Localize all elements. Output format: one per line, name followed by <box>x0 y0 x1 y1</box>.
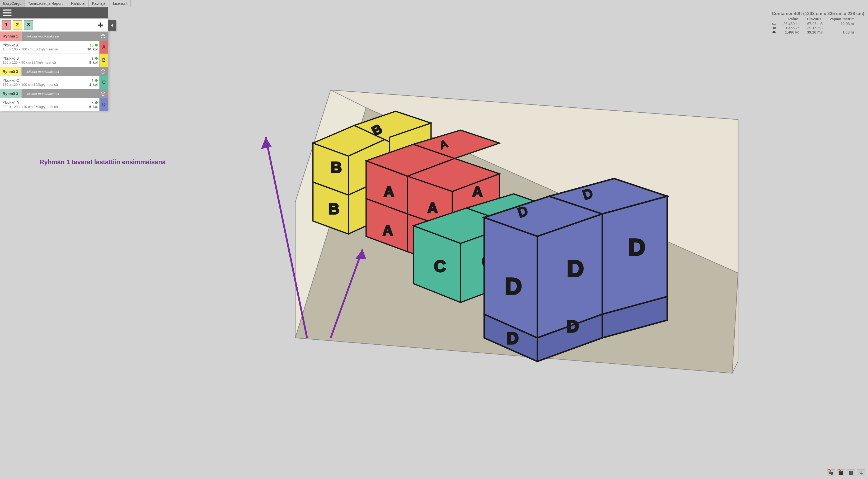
row1-weight: 26,480 kg <box>778 22 802 26</box>
group-tab-3[interactable]: 3 <box>24 20 33 30</box>
svg-marker-41 <box>602 196 667 314</box>
svg-rect-61 <box>773 31 775 32</box>
svg-marker-36 <box>484 196 602 236</box>
item-letter-badge: B <box>99 54 108 67</box>
count-unit: kpl <box>93 47 98 51</box>
item-dimensions: 100 x 100 x 100 cm 530kg/yhteensä <box>3 47 78 51</box>
count-unit: kpl <box>93 83 98 87</box>
svg-marker-7 <box>348 137 390 195</box>
item-dimensions: 130 x 120 x 100 cm 192kg/yhteensä <box>3 83 78 87</box>
package-icon[interactable] <box>100 69 105 74</box>
svg-text:C: C <box>434 257 446 275</box>
item-row[interactable]: Yksikkö B100 x 120 x 90 cm 384kg/yhteens… <box>0 54 108 67</box>
item-row[interactable]: Yksikkö A100 x 100 x 100 cm 530kg/yhteen… <box>0 41 108 54</box>
svg-text:A: A <box>426 236 436 252</box>
viewport-3d[interactable]: B B B A A A A A A C C <box>0 7 868 474</box>
svg-marker-13 <box>390 123 431 176</box>
menu-cargospaces[interactable]: Rahtitilat <box>68 0 89 7</box>
svg-marker-9 <box>313 182 348 234</box>
menu-users[interactable]: Käyttäjät <box>89 0 110 7</box>
menu-shipments-reports[interactable]: Toimitukset ja Raportit <box>25 0 68 7</box>
svg-marker-1 <box>295 108 738 373</box>
group-tabs-row: 1 2 3 + <box>0 19 108 32</box>
menu-licenses[interactable]: Lisenssit <box>110 0 131 7</box>
toggle-weight-button[interactable]: kg <box>827 470 835 476</box>
chevron-left-icon <box>111 24 114 27</box>
item-dimensions: 100 x 120 x 90 cm 384kg/yhteensä <box>3 60 78 64</box>
svg-text:D: D <box>516 203 529 220</box>
hamburger-icon[interactable] <box>3 9 11 17</box>
svg-marker-55 <box>111 24 113 27</box>
header-volume: Tilavuus: <box>802 17 825 22</box>
svg-text:A: A <box>428 200 438 216</box>
row1-volume: 67.28 m3 <box>802 22 825 26</box>
svg-text:B: B <box>328 200 339 217</box>
group-edit-hint: - klikkaa muokataksesi <box>24 34 59 38</box>
group-header[interactable]: Ryhmä 1- klikkaa muokataksesi <box>0 32 108 41</box>
count-loaded: 6 <box>89 105 91 109</box>
status-dot-icon <box>95 101 98 104</box>
row3-free: 1.63 m <box>825 30 856 34</box>
package-icon[interactable] <box>100 34 105 39</box>
group-tab-1[interactable]: 1 <box>2 20 11 30</box>
collapse-panel-button[interactable] <box>108 20 116 31</box>
svg-marker-3 <box>732 120 738 373</box>
svg-marker-40 <box>549 179 667 214</box>
svg-text:A: A <box>384 184 394 199</box>
header-free: Vapaat metrit: <box>825 17 856 22</box>
svg-rect-65 <box>851 473 853 475</box>
toggle-labels-button[interactable]: T <box>837 470 845 476</box>
svg-text:D: D <box>581 186 594 202</box>
annotation-text: Ryhmän 1 tavarat lastattiin ensimmäisenä <box>40 158 166 166</box>
group-tab-2[interactable]: 2 <box>13 20 22 30</box>
svg-marker-5 <box>313 125 390 156</box>
item-counts: 66kpl <box>81 98 99 111</box>
svg-rect-0 <box>0 7 868 474</box>
container-title: Container 40ft (1203 cm x 235 cm x 238 c… <box>772 11 864 17</box>
svg-marker-28 <box>413 130 499 158</box>
row3-weight: 1,466 kg <box>778 30 802 34</box>
count-loaded: 8 <box>89 60 91 64</box>
row1-free: 12.03 m <box>825 22 856 26</box>
cargo-space-icon <box>772 22 776 26</box>
group-header[interactable]: Ryhmä 3- klikkaa muokataksesi <box>0 89 108 98</box>
item-counts: 1010kpl <box>81 41 99 54</box>
svg-text:B: B <box>331 159 342 176</box>
view-toolbar: kg T <box>827 470 865 476</box>
svg-text:D: D <box>567 255 584 282</box>
svg-marker-45 <box>602 297 667 338</box>
menu-easycargo[interactable]: EasyCargo <box>0 0 25 7</box>
item-name: Yksikkö D <box>3 101 78 105</box>
item-row[interactable]: Yksikkö D200 x 120 x 110 cm 360kg/yhteen… <box>0 98 108 111</box>
item-name: Yksikkö C <box>3 78 78 83</box>
svg-rect-60 <box>772 32 776 33</box>
svg-rect-56 <box>772 24 776 25</box>
row3-volume: 39.16 m3 <box>802 30 825 34</box>
swap-view-button[interactable] <box>857 470 865 476</box>
svg-rect-64 <box>849 473 851 475</box>
item-name: Yksikkö B <box>3 56 78 60</box>
svg-marker-37 <box>484 218 537 338</box>
count-available: 6 <box>92 101 93 105</box>
group-name: Ryhmä 1 <box>0 32 22 41</box>
add-group-button[interactable]: + <box>95 19 107 31</box>
item-name: Yksikkö A <box>3 43 78 47</box>
item-dimensions: 200 x 120 x 110 cm 360kg/yhteensä <box>3 105 78 109</box>
item-row[interactable]: Yksikkö C130 x 120 x 100 cm 192kg/yhteen… <box>0 76 108 89</box>
svg-marker-10 <box>348 176 390 234</box>
toggle-grid-button[interactable] <box>847 470 855 476</box>
top-menu: EasyCargo Toimitukset ja Raportit Rahtit… <box>0 0 868 7</box>
group-header[interactable]: Ryhmä 2- klikkaa muokataksesi <box>0 67 108 76</box>
svg-marker-25 <box>407 214 452 267</box>
grid-icon <box>849 471 853 475</box>
svg-text:A: A <box>438 138 449 152</box>
status-dot-icon <box>95 57 98 60</box>
count-unit: kpl <box>93 105 98 109</box>
svg-rect-63 <box>851 471 853 473</box>
svg-marker-38 <box>537 214 602 338</box>
svg-marker-46 <box>484 314 537 361</box>
svg-marker-12 <box>354 111 431 142</box>
svg-rect-58 <box>776 23 776 24</box>
package-icon[interactable] <box>100 91 105 96</box>
row2-free <box>825 26 856 30</box>
